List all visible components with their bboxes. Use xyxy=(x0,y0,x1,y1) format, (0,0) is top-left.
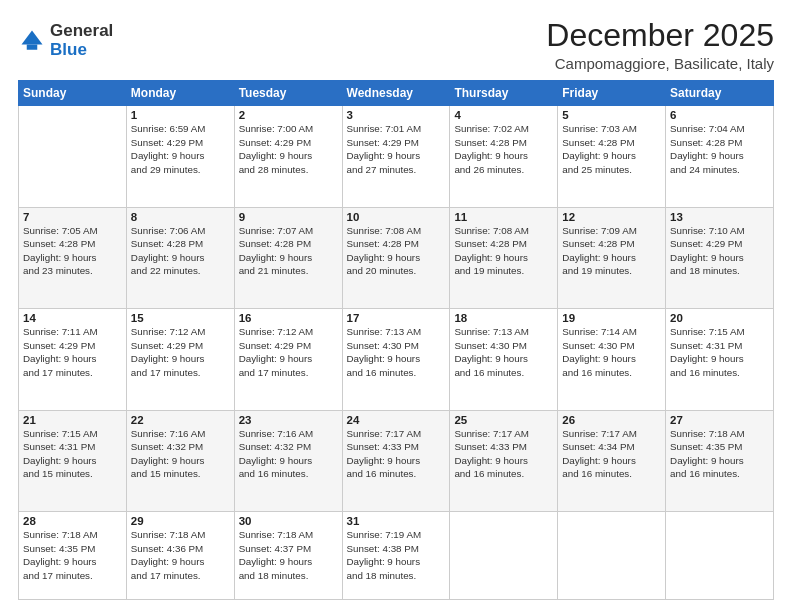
day-info: Sunrise: 7:02 AM Sunset: 4:28 PM Dayligh… xyxy=(454,122,553,176)
table-row xyxy=(666,512,774,600)
table-row: 14Sunrise: 7:11 AM Sunset: 4:29 PM Dayli… xyxy=(19,309,127,411)
table-row xyxy=(450,512,558,600)
day-info: Sunrise: 7:13 AM Sunset: 4:30 PM Dayligh… xyxy=(347,325,446,379)
table-row: 10Sunrise: 7:08 AM Sunset: 4:28 PM Dayli… xyxy=(342,207,450,309)
header-monday: Monday xyxy=(126,81,234,106)
day-info: Sunrise: 7:01 AM Sunset: 4:29 PM Dayligh… xyxy=(347,122,446,176)
day-info: Sunrise: 7:13 AM Sunset: 4:30 PM Dayligh… xyxy=(454,325,553,379)
table-row: 28Sunrise: 7:18 AM Sunset: 4:35 PM Dayli… xyxy=(19,512,127,600)
day-number: 2 xyxy=(239,109,338,121)
svg-rect-1 xyxy=(27,44,38,49)
day-number: 15 xyxy=(131,312,230,324)
table-row: 9Sunrise: 7:07 AM Sunset: 4:28 PM Daylig… xyxy=(234,207,342,309)
table-row: 31Sunrise: 7:19 AM Sunset: 4:38 PM Dayli… xyxy=(342,512,450,600)
table-row: 7Sunrise: 7:05 AM Sunset: 4:28 PM Daylig… xyxy=(19,207,127,309)
day-info: Sunrise: 7:19 AM Sunset: 4:38 PM Dayligh… xyxy=(347,528,446,582)
header-friday: Friday xyxy=(558,81,666,106)
day-info: Sunrise: 7:14 AM Sunset: 4:30 PM Dayligh… xyxy=(562,325,661,379)
day-info: Sunrise: 7:07 AM Sunset: 4:28 PM Dayligh… xyxy=(239,224,338,278)
header: General Blue December 2025 Campomaggiore… xyxy=(18,18,774,72)
table-row xyxy=(19,106,127,208)
day-info: Sunrise: 7:18 AM Sunset: 4:37 PM Dayligh… xyxy=(239,528,338,582)
day-number: 22 xyxy=(131,414,230,426)
table-row: 19Sunrise: 7:14 AM Sunset: 4:30 PM Dayli… xyxy=(558,309,666,411)
table-row: 29Sunrise: 7:18 AM Sunset: 4:36 PM Dayli… xyxy=(126,512,234,600)
day-number: 12 xyxy=(562,211,661,223)
day-info: Sunrise: 7:00 AM Sunset: 4:29 PM Dayligh… xyxy=(239,122,338,176)
day-number: 24 xyxy=(347,414,446,426)
table-row: 24Sunrise: 7:17 AM Sunset: 4:33 PM Dayli… xyxy=(342,410,450,512)
day-number: 29 xyxy=(131,515,230,527)
logo-general: General xyxy=(50,22,113,41)
weekday-header-row: Sunday Monday Tuesday Wednesday Thursday… xyxy=(19,81,774,106)
header-tuesday: Tuesday xyxy=(234,81,342,106)
day-number: 3 xyxy=(347,109,446,121)
logo: General Blue xyxy=(18,22,113,59)
day-info: Sunrise: 7:16 AM Sunset: 4:32 PM Dayligh… xyxy=(131,427,230,481)
month-title: December 2025 xyxy=(546,18,774,53)
day-info: Sunrise: 7:12 AM Sunset: 4:29 PM Dayligh… xyxy=(131,325,230,379)
day-info: Sunrise: 7:18 AM Sunset: 4:35 PM Dayligh… xyxy=(23,528,122,582)
table-row: 22Sunrise: 7:16 AM Sunset: 4:32 PM Dayli… xyxy=(126,410,234,512)
table-row: 3Sunrise: 7:01 AM Sunset: 4:29 PM Daylig… xyxy=(342,106,450,208)
table-row: 30Sunrise: 7:18 AM Sunset: 4:37 PM Dayli… xyxy=(234,512,342,600)
day-info: Sunrise: 7:12 AM Sunset: 4:29 PM Dayligh… xyxy=(239,325,338,379)
day-number: 1 xyxy=(131,109,230,121)
logo-blue: Blue xyxy=(50,41,113,60)
day-number: 28 xyxy=(23,515,122,527)
day-number: 20 xyxy=(670,312,769,324)
day-info: Sunrise: 7:04 AM Sunset: 4:28 PM Dayligh… xyxy=(670,122,769,176)
table-row: 15Sunrise: 7:12 AM Sunset: 4:29 PM Dayli… xyxy=(126,309,234,411)
day-number: 4 xyxy=(454,109,553,121)
table-row: 25Sunrise: 7:17 AM Sunset: 4:33 PM Dayli… xyxy=(450,410,558,512)
table-row: 23Sunrise: 7:16 AM Sunset: 4:32 PM Dayli… xyxy=(234,410,342,512)
header-sunday: Sunday xyxy=(19,81,127,106)
day-number: 7 xyxy=(23,211,122,223)
day-info: Sunrise: 7:17 AM Sunset: 4:33 PM Dayligh… xyxy=(454,427,553,481)
table-row: 8Sunrise: 7:06 AM Sunset: 4:28 PM Daylig… xyxy=(126,207,234,309)
day-number: 13 xyxy=(670,211,769,223)
day-number: 8 xyxy=(131,211,230,223)
day-number: 6 xyxy=(670,109,769,121)
table-row: 26Sunrise: 7:17 AM Sunset: 4:34 PM Dayli… xyxy=(558,410,666,512)
day-info: Sunrise: 7:18 AM Sunset: 4:36 PM Dayligh… xyxy=(131,528,230,582)
day-info: Sunrise: 7:10 AM Sunset: 4:29 PM Dayligh… xyxy=(670,224,769,278)
day-number: 18 xyxy=(454,312,553,324)
table-row: 13Sunrise: 7:10 AM Sunset: 4:29 PM Dayli… xyxy=(666,207,774,309)
table-row: 20Sunrise: 7:15 AM Sunset: 4:31 PM Dayli… xyxy=(666,309,774,411)
day-number: 14 xyxy=(23,312,122,324)
day-number: 26 xyxy=(562,414,661,426)
day-number: 9 xyxy=(239,211,338,223)
table-row: 4Sunrise: 7:02 AM Sunset: 4:28 PM Daylig… xyxy=(450,106,558,208)
svg-marker-0 xyxy=(22,30,43,44)
table-row: 2Sunrise: 7:00 AM Sunset: 4:29 PM Daylig… xyxy=(234,106,342,208)
table-row xyxy=(558,512,666,600)
day-number: 21 xyxy=(23,414,122,426)
logo-icon xyxy=(18,27,46,55)
day-info: Sunrise: 7:15 AM Sunset: 4:31 PM Dayligh… xyxy=(670,325,769,379)
table-row: 21Sunrise: 7:15 AM Sunset: 4:31 PM Dayli… xyxy=(19,410,127,512)
day-number: 25 xyxy=(454,414,553,426)
table-row: 11Sunrise: 7:08 AM Sunset: 4:28 PM Dayli… xyxy=(450,207,558,309)
location: Campomaggiore, Basilicate, Italy xyxy=(546,55,774,72)
day-number: 10 xyxy=(347,211,446,223)
day-info: Sunrise: 7:17 AM Sunset: 4:33 PM Dayligh… xyxy=(347,427,446,481)
header-thursday: Thursday xyxy=(450,81,558,106)
day-info: Sunrise: 7:03 AM Sunset: 4:28 PM Dayligh… xyxy=(562,122,661,176)
day-number: 23 xyxy=(239,414,338,426)
day-number: 27 xyxy=(670,414,769,426)
table-row: 16Sunrise: 7:12 AM Sunset: 4:29 PM Dayli… xyxy=(234,309,342,411)
page: General Blue December 2025 Campomaggiore… xyxy=(0,0,792,612)
day-number: 19 xyxy=(562,312,661,324)
day-number: 16 xyxy=(239,312,338,324)
table-row: 17Sunrise: 7:13 AM Sunset: 4:30 PM Dayli… xyxy=(342,309,450,411)
table-row: 27Sunrise: 7:18 AM Sunset: 4:35 PM Dayli… xyxy=(666,410,774,512)
day-number: 11 xyxy=(454,211,553,223)
day-info: Sunrise: 7:18 AM Sunset: 4:35 PM Dayligh… xyxy=(670,427,769,481)
table-row: 18Sunrise: 7:13 AM Sunset: 4:30 PM Dayli… xyxy=(450,309,558,411)
day-info: Sunrise: 7:08 AM Sunset: 4:28 PM Dayligh… xyxy=(454,224,553,278)
day-info: Sunrise: 6:59 AM Sunset: 4:29 PM Dayligh… xyxy=(131,122,230,176)
day-info: Sunrise: 7:09 AM Sunset: 4:28 PM Dayligh… xyxy=(562,224,661,278)
day-info: Sunrise: 7:15 AM Sunset: 4:31 PM Dayligh… xyxy=(23,427,122,481)
table-row: 5Sunrise: 7:03 AM Sunset: 4:28 PM Daylig… xyxy=(558,106,666,208)
